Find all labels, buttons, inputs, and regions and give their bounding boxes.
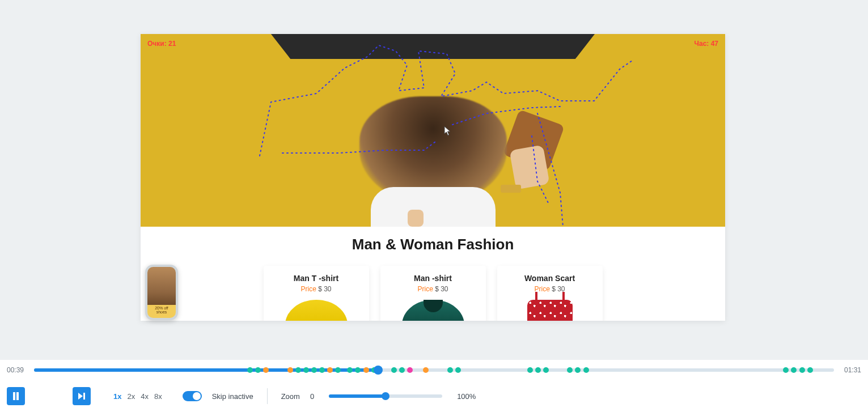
timeline-event-marker[interactable] bbox=[807, 367, 813, 373]
zoom-max: 100% bbox=[457, 392, 476, 401]
section-title: Man & Woman Fashion bbox=[141, 236, 725, 253]
step-forward-button[interactable] bbox=[73, 387, 91, 405]
timeline-event-marker[interactable] bbox=[455, 367, 461, 373]
step-forward-icon bbox=[78, 392, 86, 400]
timeline-playhead[interactable] bbox=[374, 366, 383, 375]
product-title: Man -shirt bbox=[386, 274, 480, 283]
timeline-event-marker[interactable] bbox=[263, 367, 269, 373]
skip-inactive-label: Skip inactive bbox=[212, 392, 253, 401]
product-title: Woman Scart bbox=[503, 274, 597, 283]
timeline-event-marker[interactable] bbox=[783, 367, 789, 373]
overlay-score-label: Очки: 21 bbox=[147, 40, 176, 48]
product-title: Man T -shirt bbox=[269, 274, 363, 283]
timeline-event-marker[interactable] bbox=[791, 367, 797, 373]
timeline-event-marker[interactable] bbox=[347, 367, 353, 373]
timeline-event-marker[interactable] bbox=[535, 367, 541, 373]
timeline-event-marker[interactable] bbox=[391, 367, 397, 373]
product-image bbox=[402, 300, 464, 321]
speed-1x[interactable]: 1x bbox=[113, 392, 121, 401]
timeline-event-marker[interactable] bbox=[255, 367, 261, 373]
divider bbox=[267, 388, 268, 404]
timeline-event-marker[interactable] bbox=[303, 367, 309, 373]
timeline-event-marker[interactable] bbox=[527, 367, 533, 373]
timeline-event-marker[interactable] bbox=[567, 367, 573, 373]
timeline-event-marker[interactable] bbox=[363, 367, 369, 373]
timeline-event-marker[interactable] bbox=[327, 367, 333, 373]
hero-person-illustration bbox=[325, 102, 541, 227]
timeline-event-marker[interactable] bbox=[399, 367, 405, 373]
product-price: Price $ 30 bbox=[386, 285, 480, 293]
playback-speed-group: 1x 2x 4x 8x bbox=[113, 392, 162, 401]
pause-button[interactable] bbox=[7, 387, 25, 405]
pause-icon bbox=[12, 392, 19, 400]
timeline-event-marker[interactable] bbox=[295, 367, 301, 373]
timeline-event-marker[interactable] bbox=[335, 367, 341, 373]
product-card[interactable]: Man T -shirt Price $ 30 bbox=[264, 266, 369, 321]
timeline-event-marker[interactable] bbox=[311, 367, 317, 373]
timeline-event-marker[interactable] bbox=[407, 367, 413, 373]
thumb-promo-text: 20% off shoes bbox=[150, 306, 173, 315]
cursor-icon bbox=[444, 126, 452, 136]
timeline-scrubber[interactable] bbox=[34, 368, 834, 372]
timeline-event-marker[interactable] bbox=[355, 367, 361, 373]
timeline-event-marker[interactable] bbox=[447, 367, 453, 373]
product-card[interactable]: Man -shirt Price $ 30 bbox=[380, 266, 486, 321]
timeline-event-marker[interactable] bbox=[575, 367, 581, 373]
time-total: 01:31 bbox=[841, 366, 861, 374]
hero-banner: Очки: 21 Час: 47 bbox=[141, 34, 725, 227]
timeline-event-marker[interactable] bbox=[583, 367, 589, 373]
product-card[interactable]: Woman Scart Price $ 30 bbox=[497, 266, 603, 321]
product-image bbox=[285, 300, 348, 321]
zoom-slider-handle[interactable] bbox=[382, 392, 389, 400]
hover-preview-thumbnail: 20% off shoes bbox=[145, 265, 178, 320]
speed-8x[interactable]: 8x bbox=[154, 392, 162, 401]
speed-2x[interactable]: 2x bbox=[127, 392, 135, 401]
time-current: 00:39 bbox=[7, 366, 27, 374]
product-price: Price $ 30 bbox=[269, 285, 363, 293]
speed-4x[interactable]: 4x bbox=[141, 392, 149, 401]
svg-rect-5 bbox=[83, 393, 85, 400]
hero-navbar bbox=[271, 34, 595, 59]
player-controls: 00:39 01:31 1x 2x 4x 8x Skip inactive Zo… bbox=[0, 360, 868, 412]
skip-inactive-toggle[interactable] bbox=[183, 391, 202, 401]
timeline-event-marker[interactable] bbox=[319, 367, 325, 373]
product-grid: Man T -shirt Price $ 30 Man -shirt Price… bbox=[141, 266, 725, 321]
overlay-time-label: Час: 47 bbox=[695, 40, 718, 48]
session-recording-viewport[interactable]: Очки: 21 Час: 47 Man & Woma bbox=[141, 34, 725, 321]
zoom-label: Zoom bbox=[281, 392, 300, 401]
timeline-event-marker[interactable] bbox=[247, 367, 253, 373]
product-price: Price $ 30 bbox=[503, 285, 597, 293]
product-image bbox=[527, 300, 573, 321]
timeline-event-marker[interactable] bbox=[287, 367, 293, 373]
timeline-event-marker[interactable] bbox=[543, 367, 549, 373]
timeline-event-marker[interactable] bbox=[423, 367, 429, 373]
zoom-min: 0 bbox=[310, 392, 314, 401]
zoom-slider[interactable] bbox=[329, 394, 442, 398]
svg-rect-3 bbox=[13, 392, 15, 400]
timeline-event-marker[interactable] bbox=[799, 367, 805, 373]
svg-rect-4 bbox=[16, 392, 19, 400]
